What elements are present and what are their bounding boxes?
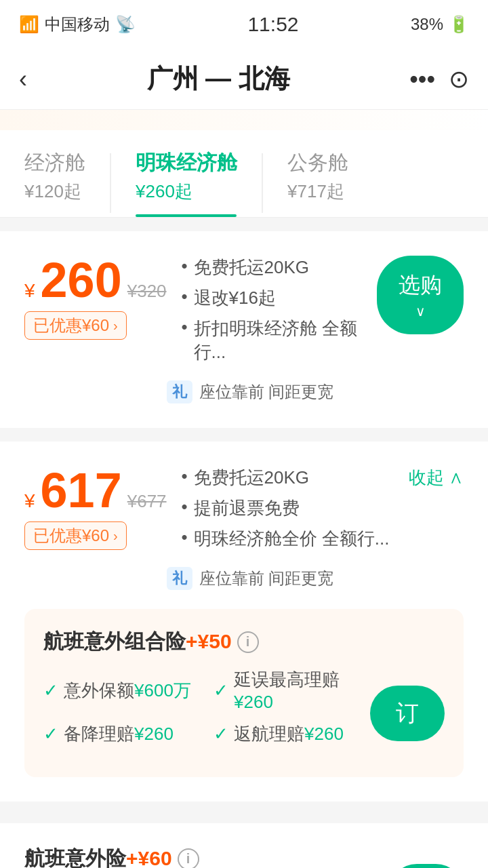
insurance-item-3: ✓ 备降理赔¥260: [43, 722, 200, 746]
feature-item: 折扣明珠经济舱 全额行...: [194, 317, 377, 364]
tab-pearl[interactable]: 明珠经济舱 ¥260起: [136, 149, 262, 217]
ticket2-seat-tag: 礼 座位靠前 间距更宽: [167, 567, 409, 590]
insurance-item-1: ✓ 意外保额¥600万: [43, 668, 200, 713]
more-button[interactable]: •••: [409, 65, 435, 94]
ticket-card-2: ¥ 617 ¥677 已优惠¥60 › 免费托运20KG 提前退票免费 明珠经济…: [0, 441, 488, 802]
ticket1-discount-tag[interactable]: 已优惠¥60 ›: [24, 311, 127, 340]
status-right: 38% 🔋: [411, 15, 469, 34]
check-icon: ✓: [214, 680, 228, 701]
insurance-inline-card: 航班意外组合险+¥50 i ✓ 意外保额¥600万 ✓ 延误最高理赔¥260 ✓…: [24, 609, 464, 777]
carrier-label: 中国移动: [45, 14, 110, 35]
ticket1-price-info: ¥ 260 ¥320 已优惠¥60 ›: [24, 256, 167, 340]
seat-info-2: 座位靠前 间距更宽: [199, 568, 334, 589]
insurance1-title: 航班意外组合险+¥50 i: [43, 628, 445, 656]
seat-badge: 礼: [167, 380, 192, 403]
info-icon-1[interactable]: i: [237, 631, 259, 653]
status-time: 11:52: [247, 13, 298, 36]
feature-item: 提前退票免费: [194, 496, 409, 520]
collapse-button[interactable]: 收起 ∧: [409, 466, 464, 490]
tab-business[interactable]: 公务舱 ¥717起: [287, 149, 373, 217]
ticket1-original-price: ¥320: [127, 281, 167, 302]
subscribe-button-2[interactable]: 订: [389, 864, 464, 869]
record-button[interactable]: ⊙: [449, 65, 469, 94]
seat-info: 座位靠前 间距更宽: [199, 381, 334, 403]
ticket2-price-info: ¥ 617 ¥677 已优惠¥60 ›: [24, 466, 167, 550]
ticket2-price-value: 617: [41, 466, 122, 515]
ticket2-features-col: 免费托运20KG 提前退票免费 明珠经济舱全价 全额行... 礼 座位靠前 间距…: [167, 466, 409, 590]
subscribe-button-1[interactable]: 订: [370, 686, 445, 741]
insurance2-title: 航班意外险+¥60 i: [24, 845, 218, 868]
insurance-item-4: ✓ 返航理赔¥260: [214, 722, 370, 746]
insurance1-row: ✓ 意外保额¥600万 ✓ 延误最高理赔¥260 ✓ 备降理赔¥260 ✓ 返航…: [43, 668, 445, 758]
feature-item: 免费托运20KG: [194, 466, 409, 490]
wifi-icon: 📡: [115, 15, 136, 34]
ticket1-features-col: 免费托运20KG 退改¥16起 折扣明珠经济舱 全额行... 礼 座位靠前 间距…: [167, 256, 377, 403]
check-icon: ✓: [43, 724, 58, 745]
page-title: 广州 — 北海: [147, 62, 290, 96]
ticket2-price-main: ¥ 617 ¥677: [24, 466, 167, 515]
signal-icon: 📶: [19, 15, 39, 34]
top-banner: [0, 110, 488, 130]
nav-actions: ••• ⊙: [409, 65, 469, 94]
cabin-tabs: 经济舱 ¥120起 明珠经济舱 ¥260起 公务舱 ¥717起: [0, 130, 488, 218]
insurance2-row: 航班意外险+¥60 i 意外保额¥700万 ¥4.5万航空医疗意外保障 订: [24, 845, 464, 868]
tab-divider-1: [110, 153, 111, 213]
ticket1-price-row: ¥ 260 ¥320 已优惠¥60 › 免费托运20KG 退改¥16起 折扣明珠…: [24, 256, 464, 403]
select-button-1[interactable]: 选购 ∨: [377, 256, 464, 334]
insurance-item-2: ✓ 延误最高理赔¥260: [214, 668, 370, 713]
feature-item: 免费托运20KG: [194, 256, 377, 279]
check-icon: ✓: [214, 724, 228, 745]
insurance1-grid: ✓ 意外保额¥600万 ✓ 延误最高理赔¥260 ✓ 备降理赔¥260 ✓ 返航…: [43, 668, 370, 746]
feature-item: 明珠经济舱全价 全额行...: [194, 527, 409, 551]
ticket2-symbol: ¥: [24, 490, 35, 512]
ticket1-symbol: ¥: [24, 280, 35, 302]
ticket-card-1: ¥ 260 ¥320 已优惠¥60 › 免费托运20KG 退改¥16起 折扣明珠…: [0, 231, 488, 428]
tab-divider-2: [262, 153, 263, 213]
insurance-card-2: 航班意外险+¥60 i 意外保额¥700万 ¥4.5万航空医疗意外保障 订: [0, 815, 488, 868]
status-left: 📶 中国移动 📡: [19, 14, 136, 35]
ticket1-features-list: 免费托运20KG 退改¥16起 折扣明珠经济舱 全额行...: [180, 256, 377, 371]
info-icon-2[interactable]: i: [178, 848, 199, 869]
ticket2-discount-tag[interactable]: 已优惠¥60 ›: [24, 521, 127, 550]
check-icon: ✓: [43, 680, 58, 701]
battery-icon: 🔋: [449, 15, 469, 34]
insurance2-info: 航班意外险+¥60 i 意外保额¥700万 ¥4.5万航空医疗意外保障: [24, 845, 218, 868]
ticket1-price-value: 260: [41, 256, 122, 304]
battery-label: 38%: [411, 15, 443, 34]
feature-item: 退改¥16起: [194, 286, 377, 310]
ticket2-original-price: ¥677: [127, 491, 167, 512]
ticket1-seat-tag: 礼 座位靠前 间距更宽: [167, 380, 377, 403]
ticket2-price-row: ¥ 617 ¥677 已优惠¥60 › 免费托运20KG 提前退票免费 明珠经济…: [24, 466, 464, 590]
status-bar: 📶 中国移动 📡 11:52 38% 🔋: [0, 0, 488, 49]
seat-badge-2: 礼: [167, 567, 192, 590]
ticket1-price-main: ¥ 260 ¥320: [24, 256, 167, 304]
tab-economy[interactable]: 经济舱 ¥120起: [24, 149, 110, 217]
nav-bar: ‹ 广州 — 北海 ••• ⊙: [0, 49, 488, 110]
tab-active-indicator: [136, 214, 237, 217]
ticket2-features-list: 免费托运20KG 提前退票免费 明珠经济舱全价 全额行...: [180, 466, 409, 557]
back-button[interactable]: ‹: [19, 65, 27, 94]
discount-arrow-icon: ›: [113, 318, 118, 334]
discount-arrow-icon: ›: [113, 528, 118, 544]
